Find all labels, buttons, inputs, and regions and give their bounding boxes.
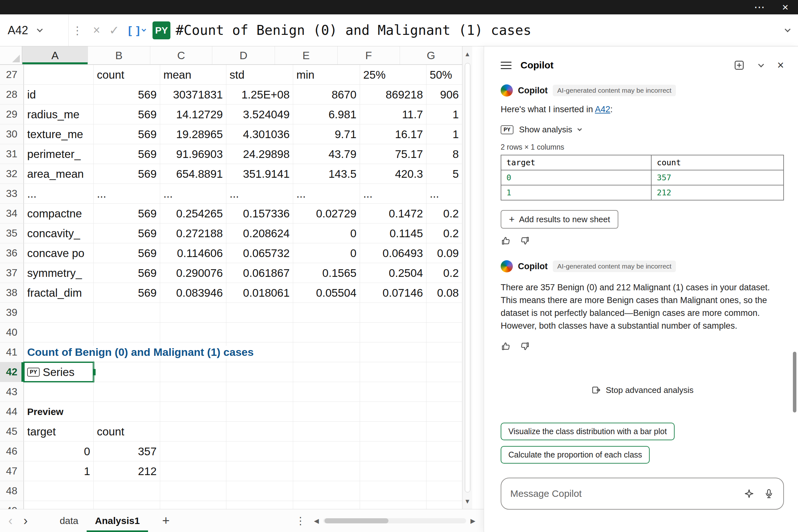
copilot-scrollbar-thumb[interactable] <box>793 352 796 413</box>
cell-G32[interactable]: 5 <box>426 164 462 184</box>
cell-F37[interactable]: 0.2504 <box>360 263 426 283</box>
cell-A28[interactable]: id <box>24 85 94 104</box>
cell-G44[interactable] <box>426 402 462 421</box>
cell-G31[interactable]: 8 <box>426 144 462 164</box>
cell-F46[interactable] <box>360 441 426 461</box>
cell-D38[interactable]: 0.018061 <box>226 283 293 302</box>
cell-E44[interactable] <box>293 402 360 421</box>
cell-C28[interactable]: 30371831 <box>160 85 226 104</box>
cell-G34[interactable]: 0.2 <box>426 204 462 223</box>
cell-C43[interactable] <box>160 382 226 402</box>
cell-E43[interactable] <box>293 382 360 402</box>
cell-A45[interactable]: target <box>24 422 94 441</box>
cell-D44[interactable] <box>226 402 293 421</box>
cell-G39[interactable] <box>426 303 462 322</box>
thumbs-down-icon[interactable] <box>520 341 530 352</box>
cell-B40[interactable] <box>94 323 160 342</box>
cell-E37[interactable]: 0.1565 <box>293 263 360 283</box>
cell-G37[interactable]: 0.2 <box>426 263 462 283</box>
sheet-tab-analysis1[interactable]: Analysis1 <box>87 509 148 532</box>
cell-F38[interactable]: 0.07146 <box>360 283 426 302</box>
cell-G36[interactable]: 0.09 <box>426 243 462 263</box>
cell-E35[interactable]: 0 <box>293 224 360 243</box>
row-header-27[interactable]: 27 <box>0 65 24 84</box>
cell-C35[interactable]: 0.272188 <box>160 224 226 243</box>
cell-D28[interactable]: 1.25E+08 <box>226 85 293 104</box>
cell-F36[interactable]: 0.06493 <box>360 243 426 263</box>
cell-A46[interactable]: 0 <box>24 441 94 461</box>
cell-B49[interactable] <box>94 501 160 509</box>
prev-sheet-icon[interactable]: ‹ <box>8 513 13 528</box>
insert-python-icon[interactable]: [ ] <box>128 24 146 36</box>
cell-D33[interactable]: ... <box>226 184 293 203</box>
scroll-down-icon[interactable]: ▼ <box>464 494 471 509</box>
add-results-button[interactable]: + Add results to new sheet <box>501 210 618 229</box>
cell-D31[interactable]: 24.29898 <box>226 144 293 164</box>
row-header-37[interactable]: 37 <box>0 263 24 283</box>
cell-C33[interactable]: ... <box>160 184 226 203</box>
row-header-41[interactable]: 41 <box>0 342 24 362</box>
column-header-D[interactable]: D <box>212 46 275 64</box>
copilot-message-input[interactable] <box>510 488 744 499</box>
cell-A48[interactable] <box>24 481 94 501</box>
cell-G46[interactable] <box>426 441 462 461</box>
row-header-38[interactable]: 38 <box>0 283 24 302</box>
column-header-G[interactable]: G <box>400 46 462 64</box>
cell-A36[interactable]: concave po <box>24 243 94 263</box>
cell-C29[interactable]: 14.12729 <box>160 104 226 124</box>
new-chat-icon[interactable] <box>734 59 745 71</box>
horizontal-scrollbar-thumb[interactable] <box>324 518 388 524</box>
cell-E49[interactable] <box>293 501 360 509</box>
scroll-right-icon[interactable]: ▶ <box>471 517 475 525</box>
cell-A37[interactable]: symmetry_ <box>24 263 94 283</box>
cell-E34[interactable]: 0.02729 <box>293 204 360 223</box>
sheet-options-icon[interactable]: ⋮ <box>296 515 306 527</box>
cell-A30[interactable]: texture_me <box>24 125 94 144</box>
next-sheet-icon[interactable]: › <box>23 513 27 528</box>
cell-B31[interactable]: 569 <box>94 144 160 164</box>
vertical-scrollbar[interactable]: ▲ ▼ <box>462 46 472 509</box>
cell-F35[interactable]: 0.1145 <box>360 224 426 243</box>
cell-C38[interactable]: 0.083946 <box>160 283 226 302</box>
row-header-43[interactable]: 43 <box>0 382 24 402</box>
column-header-B[interactable]: B <box>88 46 150 64</box>
cell-G41[interactable] <box>426 342 462 362</box>
cell-G42[interactable] <box>426 362 462 382</box>
cell-B43[interactable] <box>94 382 160 402</box>
cell-F27[interactable]: 25% <box>360 65 426 84</box>
cell-B44[interactable] <box>94 402 160 421</box>
row-header-44[interactable]: 44 <box>0 402 24 421</box>
cell-C27[interactable]: mean <box>160 65 226 84</box>
cell-A34[interactable]: compactne <box>24 204 94 223</box>
row-header-36[interactable]: 36 <box>0 243 24 263</box>
cell-B29[interactable]: 569 <box>94 104 160 124</box>
cell-C40[interactable] <box>160 323 226 342</box>
cell-F28[interactable]: 869218 <box>360 85 426 104</box>
sheet-tab-data[interactable]: data <box>52 509 87 532</box>
vertical-scrollbar-thumb[interactable] <box>465 63 470 492</box>
cell-D30[interactable]: 4.301036 <box>226 125 293 144</box>
horizontal-scrollbar[interactable]: ◀ ▶ <box>314 517 475 525</box>
column-header-A[interactable]: A <box>22 46 88 64</box>
cell-E47[interactable] <box>293 461 360 481</box>
cell-E42[interactable] <box>293 362 360 382</box>
cell-E46[interactable] <box>293 441 360 461</box>
cell-C36[interactable]: 0.114606 <box>160 243 226 263</box>
cell-A38[interactable]: fractal_dim <box>24 283 94 302</box>
cell-G43[interactable] <box>426 382 462 402</box>
cell-A32[interactable]: area_mean <box>24 164 94 184</box>
cell-E48[interactable] <box>293 481 360 501</box>
cell-F48[interactable] <box>360 481 426 501</box>
row-header-45[interactable]: 45 <box>0 422 24 441</box>
row-header-35[interactable]: 35 <box>0 224 24 243</box>
cell-E29[interactable]: 6.981 <box>293 104 360 124</box>
cell-F32[interactable]: 420.3 <box>360 164 426 184</box>
cell-A43[interactable] <box>24 382 94 402</box>
row-header-29[interactable]: 29 <box>0 104 24 124</box>
cell-E45[interactable] <box>293 422 360 441</box>
cell-E36[interactable]: 0 <box>293 243 360 263</box>
cell-F40[interactable] <box>360 323 426 342</box>
row-header-48[interactable]: 48 <box>0 481 24 501</box>
cell-F45[interactable] <box>360 422 426 441</box>
scroll-up-icon[interactable]: ▲ <box>464 46 471 62</box>
